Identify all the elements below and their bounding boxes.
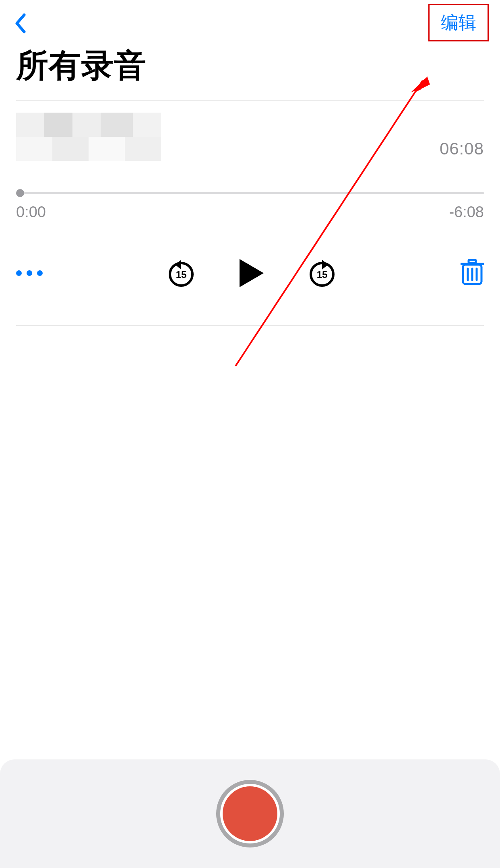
playback-controls: 15 15 <box>16 257 484 289</box>
play-icon <box>238 257 266 289</box>
recording-header: 06:08 <box>16 113 484 161</box>
skip-forward-seconds: 15 <box>317 269 328 280</box>
svg-marker-1 <box>175 260 181 269</box>
skip-forward-15-button[interactable]: 15 <box>306 257 338 289</box>
center-controls: 15 15 <box>165 257 338 289</box>
svg-rect-7 <box>469 260 476 263</box>
record-button[interactable] <box>216 780 284 847</box>
play-button[interactable] <box>238 257 266 289</box>
recording-title-redacted <box>16 113 161 161</box>
playback-scrubber[interactable] <box>16 189 484 197</box>
scrubber-track <box>16 192 484 194</box>
back-button[interactable] <box>12 11 28 35</box>
trash-icon <box>461 259 484 286</box>
scrubber-knob[interactable] <box>16 189 24 197</box>
more-options-button[interactable] <box>16 270 43 276</box>
recording-duration: 06:08 <box>440 139 484 161</box>
skip-back-seconds: 15 <box>176 269 187 280</box>
record-toolbar <box>0 759 500 868</box>
time-remaining: -6:08 <box>449 204 484 221</box>
time-elapsed: 0:00 <box>16 204 46 221</box>
delete-button[interactable] <box>461 259 484 287</box>
svg-marker-2 <box>240 259 264 287</box>
record-icon <box>223 786 277 841</box>
divider <box>16 325 484 326</box>
nav-bar: 编辑 <box>0 0 500 44</box>
page-title: 所有录音 <box>0 44 500 100</box>
edit-button[interactable]: 编辑 <box>428 4 489 41</box>
chevron-left-icon <box>14 13 26 33</box>
skip-back-15-button[interactable]: 15 <box>165 257 197 289</box>
recording-item: 06:08 0:00 -6:08 15 <box>0 101 500 325</box>
svg-marker-4 <box>322 260 328 269</box>
time-labels: 0:00 -6:08 <box>16 204 484 221</box>
